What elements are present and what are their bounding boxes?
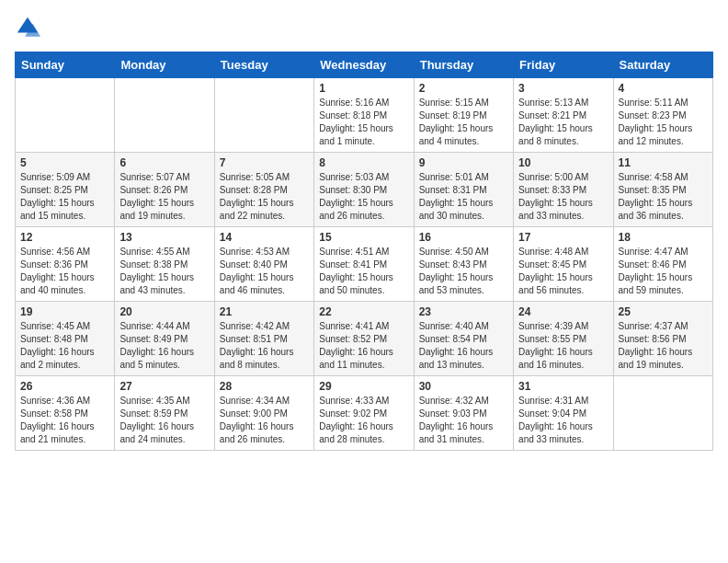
calendar-cell: 22Sunrise: 4:41 AM Sunset: 8:52 PM Dayli… bbox=[314, 302, 414, 376]
header-sunday: Sunday bbox=[16, 52, 115, 78]
day-number: 3 bbox=[518, 82, 608, 95]
calendar-cell: 3Sunrise: 5:13 AM Sunset: 8:21 PM Daylig… bbox=[514, 78, 613, 153]
calendar-cell: 15Sunrise: 4:51 AM Sunset: 8:41 PM Dayli… bbox=[314, 227, 414, 302]
day-info: Sunrise: 4:39 AM Sunset: 8:55 PM Dayligh… bbox=[518, 320, 608, 372]
day-number: 26 bbox=[20, 380, 109, 393]
calendar-cell: 19Sunrise: 4:45 AM Sunset: 8:48 PM Dayli… bbox=[16, 302, 115, 376]
calendar-week-row: 26Sunrise: 4:36 AM Sunset: 8:58 PM Dayli… bbox=[16, 376, 713, 451]
day-number: 22 bbox=[319, 305, 408, 318]
day-info: Sunrise: 4:42 AM Sunset: 8:51 PM Dayligh… bbox=[220, 320, 309, 372]
day-info: Sunrise: 5:05 AM Sunset: 8:28 PM Dayligh… bbox=[220, 171, 309, 223]
calendar-cell: 27Sunrise: 4:35 AM Sunset: 8:59 PM Dayli… bbox=[115, 376, 214, 451]
day-number: 14 bbox=[220, 231, 309, 244]
day-info: Sunrise: 4:31 AM Sunset: 9:04 PM Dayligh… bbox=[518, 395, 608, 446]
day-info: Sunrise: 4:44 AM Sunset: 8:49 PM Dayligh… bbox=[119, 320, 209, 372]
day-info: Sunrise: 4:53 AM Sunset: 8:40 PM Dayligh… bbox=[220, 246, 309, 297]
day-number: 16 bbox=[419, 231, 508, 244]
day-number: 13 bbox=[119, 231, 209, 244]
calendar-cell: 13Sunrise: 4:55 AM Sunset: 8:38 PM Dayli… bbox=[115, 227, 214, 302]
day-info: Sunrise: 4:51 AM Sunset: 8:41 PM Dayligh… bbox=[319, 246, 408, 297]
calendar-cell: 1Sunrise: 5:16 AM Sunset: 8:18 PM Daylig… bbox=[314, 78, 414, 153]
header-monday: Monday bbox=[115, 52, 214, 78]
day-info: Sunrise: 5:16 AM Sunset: 8:18 PM Dayligh… bbox=[319, 97, 408, 148]
day-info: Sunrise: 5:09 AM Sunset: 8:25 PM Dayligh… bbox=[20, 171, 109, 223]
calendar-week-row: 19Sunrise: 4:45 AM Sunset: 8:48 PM Dayli… bbox=[16, 302, 713, 376]
day-number: 1 bbox=[319, 82, 408, 95]
day-number: 30 bbox=[419, 380, 508, 393]
day-number: 31 bbox=[518, 380, 608, 393]
calendar-cell: 23Sunrise: 4:40 AM Sunset: 8:54 PM Dayli… bbox=[414, 302, 513, 376]
day-info: Sunrise: 5:13 AM Sunset: 8:21 PM Dayligh… bbox=[518, 97, 608, 148]
day-number: 23 bbox=[419, 305, 508, 318]
day-info: Sunrise: 4:40 AM Sunset: 8:54 PM Dayligh… bbox=[419, 320, 508, 372]
calendar-cell: 12Sunrise: 4:56 AM Sunset: 8:36 PM Dayli… bbox=[16, 227, 115, 302]
day-number: 25 bbox=[619, 305, 708, 318]
logo bbox=[15, 15, 44, 40]
day-number: 24 bbox=[518, 305, 608, 318]
calendar-cell bbox=[115, 78, 214, 153]
calendar-cell: 11Sunrise: 4:58 AM Sunset: 8:35 PM Dayli… bbox=[613, 153, 712, 227]
day-info: Sunrise: 4:33 AM Sunset: 9:02 PM Dayligh… bbox=[319, 395, 408, 446]
day-info: Sunrise: 4:45 AM Sunset: 8:48 PM Dayligh… bbox=[20, 320, 109, 372]
calendar-cell: 30Sunrise: 4:32 AM Sunset: 9:03 PM Dayli… bbox=[414, 376, 513, 451]
day-number: 6 bbox=[119, 156, 209, 169]
calendar-cell: 16Sunrise: 4:50 AM Sunset: 8:43 PM Dayli… bbox=[414, 227, 513, 302]
day-number: 21 bbox=[220, 305, 309, 318]
day-number: 4 bbox=[619, 82, 708, 95]
page-header bbox=[15, 15, 713, 40]
day-info: Sunrise: 4:37 AM Sunset: 8:56 PM Dayligh… bbox=[619, 320, 708, 372]
day-info: Sunrise: 4:56 AM Sunset: 8:36 PM Dayligh… bbox=[20, 246, 109, 297]
day-number: 12 bbox=[20, 231, 109, 244]
calendar-cell: 10Sunrise: 5:00 AM Sunset: 8:33 PM Dayli… bbox=[514, 153, 613, 227]
calendar-cell: 18Sunrise: 4:47 AM Sunset: 8:46 PM Dayli… bbox=[613, 227, 712, 302]
calendar-cell: 25Sunrise: 4:37 AM Sunset: 8:56 PM Dayli… bbox=[613, 302, 712, 376]
day-number: 27 bbox=[119, 380, 209, 393]
calendar-week-row: 1Sunrise: 5:16 AM Sunset: 8:18 PM Daylig… bbox=[16, 78, 713, 153]
calendar-cell: 7Sunrise: 5:05 AM Sunset: 8:28 PM Daylig… bbox=[214, 153, 313, 227]
day-info: Sunrise: 5:15 AM Sunset: 8:19 PM Dayligh… bbox=[419, 97, 508, 148]
day-number: 18 bbox=[619, 231, 708, 244]
day-info: Sunrise: 5:03 AM Sunset: 8:30 PM Dayligh… bbox=[319, 171, 408, 223]
calendar-week-row: 12Sunrise: 4:56 AM Sunset: 8:36 PM Dayli… bbox=[16, 227, 713, 302]
calendar-cell: 31Sunrise: 4:31 AM Sunset: 9:04 PM Dayli… bbox=[514, 376, 613, 451]
calendar-week-row: 5Sunrise: 5:09 AM Sunset: 8:25 PM Daylig… bbox=[16, 153, 713, 227]
header-wednesday: Wednesday bbox=[314, 52, 414, 78]
logo-icon bbox=[15, 15, 40, 40]
day-number: 10 bbox=[518, 156, 608, 169]
calendar-cell bbox=[214, 78, 313, 153]
day-info: Sunrise: 4:48 AM Sunset: 8:45 PM Dayligh… bbox=[518, 246, 608, 297]
calendar-cell: 21Sunrise: 4:42 AM Sunset: 8:51 PM Dayli… bbox=[214, 302, 313, 376]
day-info: Sunrise: 4:34 AM Sunset: 9:00 PM Dayligh… bbox=[220, 395, 309, 446]
day-info: Sunrise: 4:50 AM Sunset: 8:43 PM Dayligh… bbox=[419, 246, 508, 297]
calendar-cell: 14Sunrise: 4:53 AM Sunset: 8:40 PM Dayli… bbox=[214, 227, 313, 302]
day-info: Sunrise: 4:32 AM Sunset: 9:03 PM Dayligh… bbox=[419, 395, 508, 446]
day-info: Sunrise: 4:36 AM Sunset: 8:58 PM Dayligh… bbox=[20, 395, 109, 446]
day-number: 15 bbox=[319, 231, 408, 244]
calendar-cell bbox=[16, 78, 115, 153]
day-number: 11 bbox=[619, 156, 708, 169]
calendar-cell: 28Sunrise: 4:34 AM Sunset: 9:00 PM Dayli… bbox=[214, 376, 313, 451]
calendar-cell: 26Sunrise: 4:36 AM Sunset: 8:58 PM Dayli… bbox=[16, 376, 115, 451]
day-number: 5 bbox=[20, 156, 109, 169]
day-info: Sunrise: 4:47 AM Sunset: 8:46 PM Dayligh… bbox=[619, 246, 708, 297]
day-info: Sunrise: 5:07 AM Sunset: 8:26 PM Dayligh… bbox=[119, 171, 209, 223]
header-friday: Friday bbox=[514, 52, 613, 78]
calendar-cell: 29Sunrise: 4:33 AM Sunset: 9:02 PM Dayli… bbox=[314, 376, 414, 451]
day-number: 20 bbox=[119, 305, 209, 318]
calendar-cell: 5Sunrise: 5:09 AM Sunset: 8:25 PM Daylig… bbox=[16, 153, 115, 227]
calendar-header-row: SundayMondayTuesdayWednesdayThursdayFrid… bbox=[16, 52, 713, 78]
day-info: Sunrise: 4:55 AM Sunset: 8:38 PM Dayligh… bbox=[119, 246, 209, 297]
day-number: 8 bbox=[319, 156, 408, 169]
day-info: Sunrise: 4:41 AM Sunset: 8:52 PM Dayligh… bbox=[319, 320, 408, 372]
day-number: 2 bbox=[419, 82, 508, 95]
header-saturday: Saturday bbox=[613, 52, 712, 78]
calendar-cell: 24Sunrise: 4:39 AM Sunset: 8:55 PM Dayli… bbox=[514, 302, 613, 376]
day-number: 17 bbox=[518, 231, 608, 244]
calendar-cell: 2Sunrise: 5:15 AM Sunset: 8:19 PM Daylig… bbox=[414, 78, 513, 153]
day-info: Sunrise: 5:00 AM Sunset: 8:33 PM Dayligh… bbox=[518, 171, 608, 223]
calendar-cell: 6Sunrise: 5:07 AM Sunset: 8:26 PM Daylig… bbox=[115, 153, 214, 227]
calendar-cell: 8Sunrise: 5:03 AM Sunset: 8:30 PM Daylig… bbox=[314, 153, 414, 227]
day-info: Sunrise: 4:58 AM Sunset: 8:35 PM Dayligh… bbox=[619, 171, 708, 223]
calendar-cell: 9Sunrise: 5:01 AM Sunset: 8:31 PM Daylig… bbox=[414, 153, 513, 227]
header-tuesday: Tuesday bbox=[214, 52, 313, 78]
